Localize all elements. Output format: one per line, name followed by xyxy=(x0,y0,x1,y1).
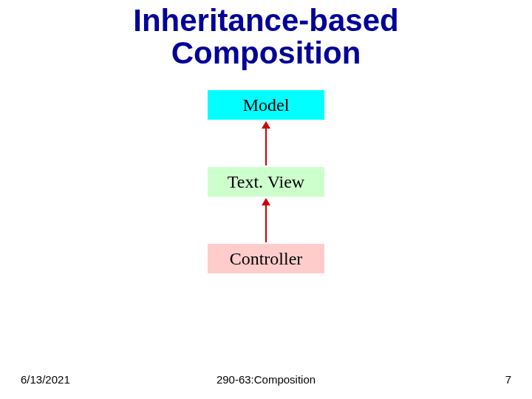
box-controller: Controller xyxy=(208,244,324,273)
arrow-textview-to-model xyxy=(265,123,267,166)
footer-center: 290-63:Composition xyxy=(0,373,532,386)
box-model: Model xyxy=(208,90,324,120)
box-textview: Text. View xyxy=(208,167,324,197)
footer-page-number: 7 xyxy=(505,373,511,386)
slide-title: Inheritance-based Composition xyxy=(0,4,532,69)
box-model-label: Model xyxy=(243,95,290,115)
slide: Inheritance-based Composition Model Text… xyxy=(0,0,532,399)
box-textview-label: Text. View xyxy=(228,172,304,192)
title-line-1: Inheritance-based xyxy=(133,3,398,38)
box-controller-label: Controller xyxy=(230,249,303,269)
arrow-controller-to-textview xyxy=(265,200,267,242)
title-line-2: Composition xyxy=(171,35,361,70)
